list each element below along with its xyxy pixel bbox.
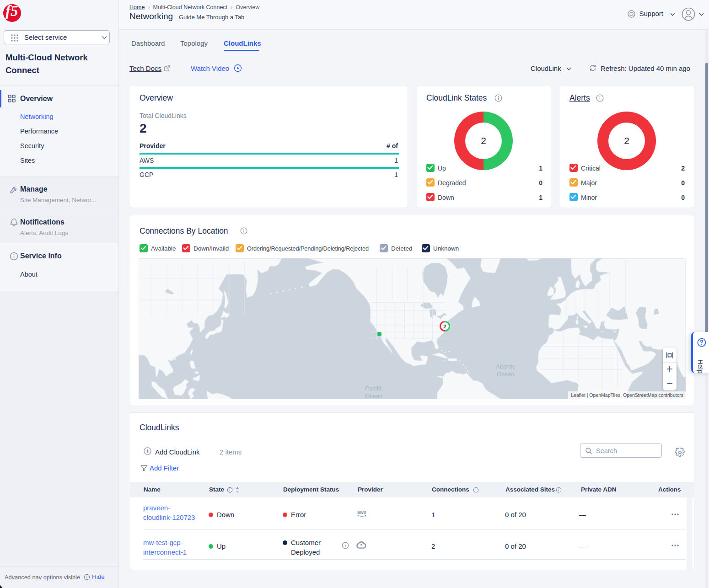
svg-text:aws: aws bbox=[357, 509, 366, 515]
